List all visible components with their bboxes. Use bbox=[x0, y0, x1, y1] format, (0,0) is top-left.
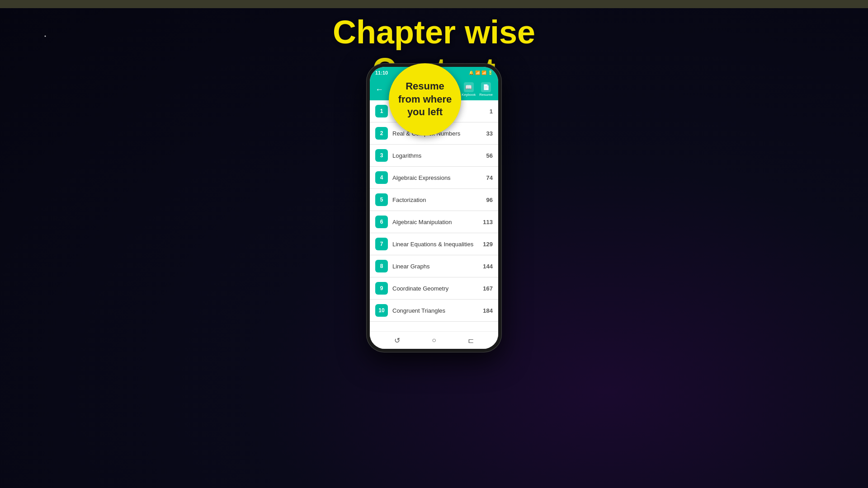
chapter-list: 1 Matrices & Determinants 1 2 Real & Com… bbox=[370, 100, 498, 331]
chapter-page: 1 bbox=[490, 108, 493, 115]
chapter-name: Algebraic Expressions bbox=[392, 174, 482, 181]
nav-recent-button[interactable]: ⊏ bbox=[466, 335, 476, 345]
page-title-line1: Chapter wise bbox=[0, 14, 868, 51]
header-actions: 📖 Keybook 📄 Resume bbox=[462, 82, 493, 97]
chapter-number: 6 bbox=[375, 216, 388, 228]
status-time: 11:10 bbox=[375, 70, 388, 75]
chapter-page: 184 bbox=[483, 307, 493, 314]
status-icon-alert: 🔔 bbox=[469, 70, 474, 75]
status-icons: 🔔 📶 📶 🔋 bbox=[469, 70, 493, 75]
chapter-item[interactable]: 4 Algebraic Expressions 74 bbox=[370, 167, 498, 189]
chapter-number: 9 bbox=[375, 282, 388, 295]
status-icon-signal2: 📶 bbox=[481, 70, 486, 75]
resume-icon: 📄 bbox=[481, 82, 491, 92]
chapter-name: Logarithms bbox=[392, 152, 482, 159]
status-icon-battery: 🔋 bbox=[488, 70, 493, 75]
chapter-name: Linear Graphs bbox=[392, 263, 478, 270]
back-button[interactable]: ← bbox=[375, 85, 383, 94]
keybook-label: Keybook bbox=[462, 93, 476, 97]
top-bar bbox=[0, 0, 868, 8]
resume-button[interactable]: 📄 Resume bbox=[479, 82, 493, 97]
chapter-number: 7 bbox=[375, 238, 388, 250]
chapter-number: 2 bbox=[375, 127, 388, 140]
resume-bubble-text: Resume from where you left bbox=[398, 80, 452, 119]
chapter-number: 5 bbox=[375, 193, 388, 206]
chapter-page: 96 bbox=[486, 197, 493, 203]
chapter-name: Congruent Triangles bbox=[392, 307, 478, 314]
chapter-number: 4 bbox=[375, 171, 388, 184]
chapter-page: 144 bbox=[483, 263, 493, 270]
chapter-page: 74 bbox=[486, 174, 493, 181]
resume-bubble[interactable]: Resume from where you left bbox=[389, 63, 461, 136]
chapter-item[interactable]: 9 Coordinate Geometry 167 bbox=[370, 277, 498, 300]
chapter-page: 33 bbox=[486, 130, 493, 137]
resume-label: Resume bbox=[479, 93, 493, 97]
chapter-number: 3 bbox=[375, 149, 388, 162]
nav-home-button[interactable]: ○ bbox=[429, 335, 439, 345]
chapter-item[interactable]: 6 Algebraic Manipulation 113 bbox=[370, 211, 498, 233]
chapter-item[interactable]: 7 Linear Equations & Inequalities 129 bbox=[370, 233, 498, 255]
chapter-number: 10 bbox=[375, 304, 388, 317]
chapter-item[interactable]: 10 Congruent Triangles 184 bbox=[370, 300, 498, 322]
chapter-page: 129 bbox=[483, 241, 493, 248]
keybook-button[interactable]: 📖 Keybook bbox=[462, 82, 476, 97]
chapter-item[interactable]: 8 Linear Graphs 144 bbox=[370, 255, 498, 277]
chapter-name: Factorization bbox=[392, 197, 482, 203]
chapter-item[interactable]: 5 Factorization 96 bbox=[370, 189, 498, 211]
chapter-page: 113 bbox=[483, 219, 493, 225]
chapter-page: 167 bbox=[483, 285, 493, 292]
keybook-icon: 📖 bbox=[464, 82, 474, 92]
chapter-name: Linear Equations & Inequalities bbox=[392, 241, 478, 248]
chapter-number: 8 bbox=[375, 260, 388, 272]
chapter-name: Coordinate Geometry bbox=[392, 285, 478, 292]
status-icon-signal1: 📶 bbox=[475, 70, 480, 75]
nav-back-button[interactable]: ↺ bbox=[392, 335, 402, 345]
chapter-number: 1 bbox=[375, 105, 388, 117]
chapter-item[interactable]: 3 Logarithms 56 bbox=[370, 145, 498, 167]
bottom-nav: ↺ ○ ⊏ bbox=[370, 331, 498, 349]
chapter-name: Algebraic Manipulation bbox=[392, 219, 478, 225]
chapter-page: 56 bbox=[486, 152, 493, 159]
